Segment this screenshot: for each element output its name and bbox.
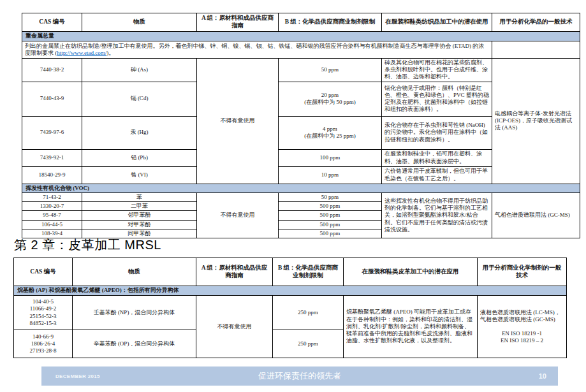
substance-cell: 苯 xyxy=(82,192,197,201)
column-header-potential-use: 在服装和鞋类皮革加工中的潜在应用 xyxy=(344,258,478,286)
limit-note: (在颜料中为 25 ppm) xyxy=(281,133,379,140)
cas-cell: 104-40-5 11066-49-2 25154-52-3 84852-15-… xyxy=(14,296,73,330)
substance-cell: 壬基苯酚 (NP)，混合同分异构体 xyxy=(73,296,196,330)
etad-link[interactable]: http://www.etad.com/ xyxy=(57,50,106,56)
use-cell: 六价铬通常用于皮革鞣制，但也可用于羊毛染色（在镀铬工艺之后）。 xyxy=(382,166,492,184)
table-row-nonylphenol: 104-40-5 11066-49-2 25154-52-3 84852-15-… xyxy=(14,296,567,330)
group-a-merged-cell: 不得有意使用 xyxy=(197,58,279,184)
limit-value: 50 ppm xyxy=(281,66,379,73)
limit-value: 20 ppm xyxy=(281,92,379,99)
column-header-cas: CAS 编号 xyxy=(22,13,82,32)
substance-cell: 铅 (Pb) xyxy=(82,149,197,166)
substance-cell: 铬 (VI) xyxy=(82,166,197,184)
heavy-metals-note-row: 列出的金属禁止在纺织品制造/整理加工中有意使用。另外，着色剂中锑、锌、铜、镍、锡… xyxy=(22,41,580,58)
substance-cell: 镉 (Cd) xyxy=(82,82,197,116)
footer-bar: DECEMBER 2015 促进环保责任的领先者 10 xyxy=(41,367,558,386)
section-title-heavy-metals: 重金属总量 xyxy=(22,31,580,41)
limit-cell: 50 ppm xyxy=(279,58,382,82)
use-merged-cell: 这些挥发性有机化合物不得用于纺织品助剂的化学制备。它们与基于溶剂的工艺相关，如溶… xyxy=(382,192,492,238)
use-cell: 在服装和制鞋业中，铅可用在塑料、涂料、油墨、颜料和表面涂层中。 xyxy=(382,149,492,166)
column-header-group-a: A 组：原材料和成品供应商指南 xyxy=(197,13,279,32)
table1-header-row: CAS 编号 物质 A 组：原材料和成品供应商指南 B 组：化学品供应商商业制剂… xyxy=(22,13,580,32)
cas-cell: 7439-92-1 xyxy=(22,149,82,166)
chapter-2-heading: 第 2 章：皮革加工 MRSL xyxy=(14,236,161,254)
use-cell: 汞化合物存在于杀虫剂和苛性钠 (NaOH) 的污染物中。汞化合物可用在涂料中（如… xyxy=(382,116,492,149)
column-header-substance: 物质 xyxy=(82,13,197,32)
note-text-after: )。 xyxy=(106,50,114,56)
analysis-merged-cell: 液相色谱质谱联用法 (LC-MS)，气相色谱质谱联用法 (GC-MS) EN I… xyxy=(478,296,567,358)
cas-cell: 140-66-9 1806-26-4 27193-28-8 xyxy=(14,330,73,358)
section-apeo: 烷基酚 (AP) 和烷基酚聚氧乙烯醚 (APEO)：包括所有同分异构体 xyxy=(14,286,567,296)
cas-cell: 7439-97-6 xyxy=(22,116,82,149)
column-header-substance: 物质 xyxy=(73,258,196,286)
analysis-merged-cell: 气相色谱质谱联用法 (GC-MS) xyxy=(492,192,580,238)
footer-tagline: 促进环保责任的领先者 xyxy=(41,370,558,382)
section-title-apeo: 烷基酚 (AP) 和烷基酚聚氧乙烯醚 (APEO)：包括所有同分异构体 xyxy=(14,286,567,296)
section-heavy-metals: 重金属总量 xyxy=(22,31,580,41)
cas-cell: 1330-20-7 xyxy=(22,202,82,211)
substance-cell: 砷 (As) xyxy=(82,58,197,82)
table2-header-row: CAS 编号 物质 A 组：原材料和成品供应商指南 B 组：化学品供应商商业制剂… xyxy=(14,258,567,286)
leather-mrsl-table: CAS 编号 物质 A 组：原材料和成品供应商指南 B 组：化学品供应商商业制剂… xyxy=(13,258,567,358)
table-row-arsenic: 7440-38-2 砷 (As) 不得有意使用 50 ppm 砷及其化合物可用在… xyxy=(22,58,580,82)
limit-cell: 20 ppm (在颜料中为 50 ppm) xyxy=(279,82,382,116)
cas-cell: 18540-29-9 xyxy=(22,166,82,184)
column-header-analysis: 用于分析化学品的一般技术 xyxy=(492,13,580,32)
cas-cell: 7440-43-9 xyxy=(22,82,82,116)
group-a-merged-cell: 不得有意使用 xyxy=(197,192,279,238)
section-title-voc: 挥发性有机化合物 (VOC) xyxy=(22,184,580,192)
column-header-cas: CAS 编号 xyxy=(14,258,73,286)
limit-cell: 500 ppm xyxy=(279,211,382,220)
column-header-group-a: A 组：原材料和成品供应商指南 xyxy=(196,258,273,286)
limit-cell: 50 ppm xyxy=(279,192,382,201)
limit-cell: 100 ppm xyxy=(279,149,382,166)
cas-cell: 7440-38-2 xyxy=(22,58,82,82)
column-header-group-b: B 组：化学品供应商商业制剂限制 xyxy=(279,13,382,32)
section-voc: 挥发性有机化合物 (VOC) xyxy=(22,184,580,192)
use-merged-cell: 烷基酚聚氧乙烯醚 (APEO) 可能用于皮革加工或存在于各种制剂中：例如，染料和… xyxy=(344,296,478,358)
substance-cell: 汞 (Hg) xyxy=(82,116,197,149)
limit-cell: 10 ppm xyxy=(279,166,382,184)
limit-cell: 500 ppm xyxy=(279,229,382,238)
column-header-analysis: 用于分析商业化学制剂的一般技术 xyxy=(478,258,567,286)
substance-cell: 邻甲苯酚 xyxy=(82,211,197,220)
column-header-group-b: B 组：化学品供应商商业制剂限制 xyxy=(273,258,344,286)
use-cell: 砷及其化合物可用在棉花的某些防腐剂、杀虫剂和脱叶剂中。也用于合成纤维、涂料、油墨… xyxy=(382,58,492,82)
textile-mrsl-table: CAS 编号 物质 A 组：原材料和成品供应商指南 B 组：化学品供应商商业制剂… xyxy=(22,13,580,238)
heavy-metals-note: 列出的金属禁止在纺织品制造/整理加工中有意使用。另外，着色剂中锑、锌、铜、镍、锡… xyxy=(22,41,492,58)
limit-cell: 500 ppm xyxy=(279,220,382,229)
limit-value: 4 ppm xyxy=(281,126,379,133)
note-row-empty-analysis-cell xyxy=(492,41,580,58)
cas-cell: 71-43-2 xyxy=(22,192,82,201)
limit-cell: 4 ppm (在颜料中为 25 ppm) xyxy=(279,116,382,149)
use-cell: 镉化合物见于或用作：颜料（特别是红色、橙色、黄色和绿色）、PVC 塑料的稳定剂及… xyxy=(382,82,492,116)
cas-cell: 95-48-7 xyxy=(22,211,82,220)
limit-note: (在颜料中为 50 ppm) xyxy=(281,99,379,106)
substance-cell: 对甲苯酚 xyxy=(82,220,197,229)
substance-cell: 二甲苯 xyxy=(82,202,197,211)
analysis-merged-cell: 电感耦合等离子体-发射光谱法 (ICP-OES)，原子吸收光谱测试法 (AAS) xyxy=(492,58,580,184)
analysis-methods: 液相色谱质谱联用法 (LC-MS)，气相色谱质谱联用法 (GC-MS) xyxy=(480,309,564,324)
substance-cell: 辛基苯酚 (OP)，混合同分异构体 xyxy=(73,330,196,358)
limit-cell: 500 ppm xyxy=(279,202,382,211)
limit-cell: 250 ppm xyxy=(273,296,344,330)
footer-page-number: 10 xyxy=(539,372,546,380)
cas-cell: 106-44-5 xyxy=(22,220,82,229)
analysis-standards: EN ISO 18219 -1 EN ISO 18219 – 2 xyxy=(480,330,564,345)
table-row-benzene: 71-43-2 苯 不得有意使用 50 ppm 这些挥发性有机化合物不得用于纺织… xyxy=(22,192,580,201)
limit-cell: 250 ppm xyxy=(273,330,344,358)
group-a-merged-cell: 不得有意使用 xyxy=(196,296,273,358)
document-page: CAS 编号 物质 A 组：原材料和成品供应商指南 B 组：化学品供应商商业制剂… xyxy=(0,0,586,392)
column-header-potential-use: 在服装和鞋类纺织品加工中的潜在使用 xyxy=(382,13,492,32)
